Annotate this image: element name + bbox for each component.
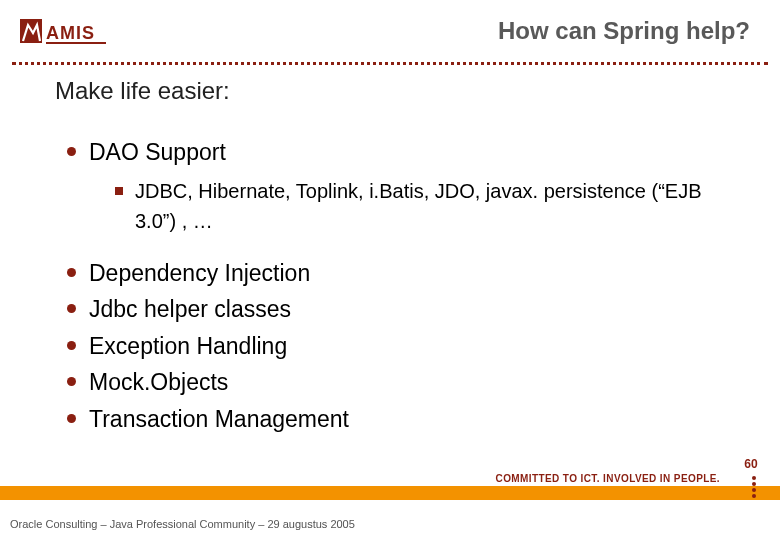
main-bullet-list: DAO Support JDBC, Hibernate, Toplink, i.… [55, 135, 725, 436]
bullet-text: DAO Support [89, 139, 226, 165]
divider-dotted [12, 62, 768, 65]
svg-text:AMIS: AMIS [46, 23, 95, 43]
bullet-text: Dependency Injection [89, 260, 310, 286]
list-item: DAO Support JDBC, Hibernate, Toplink, i.… [67, 135, 725, 236]
slide-header: AMIS How can Spring help? [0, 0, 780, 62]
list-item: Transaction Management [67, 402, 725, 437]
page-dots-icon [752, 476, 756, 498]
bullet-text: Transaction Management [89, 406, 349, 432]
bullet-text: Jdbc helper classes [89, 296, 291, 322]
footer-accent-strip [0, 486, 780, 500]
bullet-text: Exception Handling [89, 333, 287, 359]
subtitle: Make life easier: [55, 77, 725, 105]
sub-bullet-list: JDBC, Hibernate, Toplink, i.Batis, JDO, … [89, 176, 725, 236]
list-item: Dependency Injection [67, 256, 725, 291]
sub-list-item: JDBC, Hibernate, Toplink, i.Batis, JDO, … [115, 176, 725, 236]
footer-text: Oracle Consulting – Java Professional Co… [10, 518, 355, 530]
brand-logo: AMIS [20, 13, 110, 49]
amis-logo-icon: AMIS [20, 13, 110, 49]
footer-bar: COMMITTED TO ICT. INVOLVED IN PEOPLE. 60 [0, 480, 780, 500]
bullet-text: Mock.Objects [89, 369, 228, 395]
list-item: Jdbc helper classes [67, 292, 725, 327]
page-number-badge: 60 [736, 452, 766, 476]
slide-title: How can Spring help? [110, 17, 760, 45]
brand-tagline: COMMITTED TO ICT. INVOLVED IN PEOPLE. [496, 473, 720, 484]
list-item: Mock.Objects [67, 365, 725, 400]
list-item: Exception Handling [67, 329, 725, 364]
content-area: Make life easier: DAO Support JDBC, Hibe… [0, 77, 780, 436]
sub-bullet-text: JDBC, Hibernate, Toplink, i.Batis, JDO, … [135, 180, 702, 232]
